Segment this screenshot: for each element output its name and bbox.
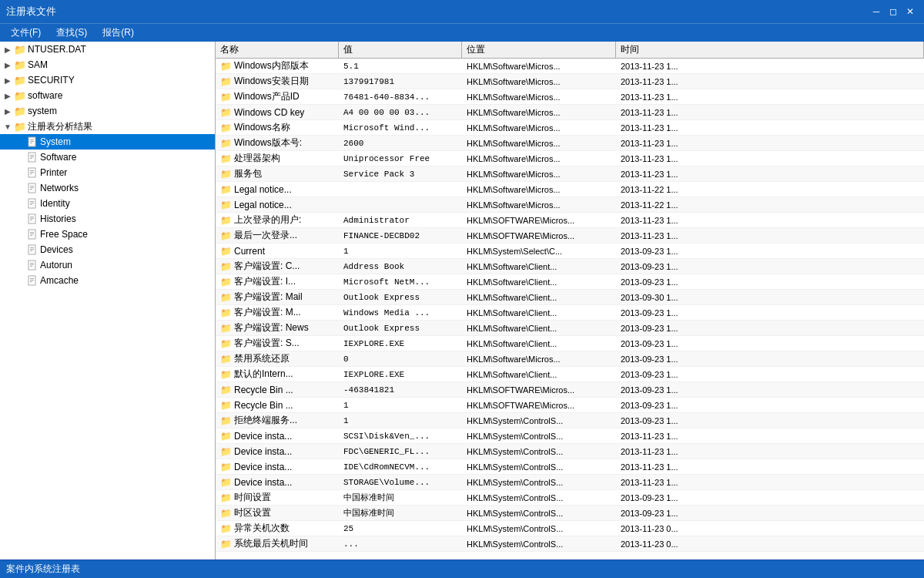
cell-name: 📁服务包 — [216, 166, 339, 181]
table-row[interactable]: 📁Windows产品ID76481-640-8834...HKLM\Softwa… — [216, 89, 924, 105]
cell-location: HKLM\System\ControlS... — [462, 413, 616, 428]
cell-time: 2013-09-23 1... — [616, 244, 924, 258]
col-header-time[interactable]: 时间 — [616, 42, 924, 58]
tree-item-printer[interactable]: Printer — [0, 165, 215, 180]
close-button[interactable]: ✕ — [902, 4, 918, 19]
tree-item-autorun[interactable]: Autorun — [0, 257, 215, 273]
table-row[interactable]: 📁客户端设置: MailOutlook ExpressHKLM\Software… — [216, 290, 924, 305]
table-row[interactable]: 📁Legal notice...HKLM\Software\Micros...2… — [216, 182, 924, 197]
cell-location: HKLM\Software\Client... — [462, 305, 616, 320]
cell-name: 📁客户端设置: S... — [216, 336, 339, 351]
tree-item-freespace[interactable]: Free Space — [0, 227, 215, 242]
folder-icon-system2 — [26, 136, 38, 148]
table-row[interactable]: 📁Recycle Bin ...1HKLM\SOFTWARE\Micros...… — [216, 398, 924, 413]
tree-item-security[interactable]: ▶📁SECURITY — [0, 72, 215, 88]
tree-item-software2[interactable]: Software — [0, 150, 215, 165]
cell-value: 5.1 — [339, 59, 462, 73]
tree-item-amcache[interactable]: Amcache — [0, 273, 215, 288]
cell-location: HKLM\SOFTWARE\Micros... — [462, 382, 616, 397]
menu-report[interactable]: 报告(R) — [95, 25, 142, 41]
tree-item-software[interactable]: ▶📁software — [0, 88, 215, 103]
table-row[interactable]: 📁客户端设置: C...Address BookHKLM\Software\Cl… — [216, 259, 924, 274]
cell-time: 2013-11-23 1... — [616, 428, 924, 443]
tree-item-histories[interactable]: Histories — [0, 211, 215, 227]
table-row[interactable]: 📁默认的Intern...IEXPLORE.EXEHKLM\Software\C… — [216, 367, 924, 382]
tree-item-system2[interactable]: System — [0, 134, 215, 150]
table-row[interactable]: 📁Current1HKLM\System\Select\C...2013-09-… — [216, 244, 924, 259]
table-row[interactable]: 📁客户端设置: NewsOutlook ExpressHKLM\Software… — [216, 321, 924, 336]
cell-name: 📁客户端设置: M... — [216, 305, 339, 320]
table-row[interactable]: 📁最后一次登录...FINANCE-DECBD02HKLM\SOFTWARE\M… — [216, 228, 924, 244]
folder-icon-system: 📁 — [14, 105, 26, 117]
table-row[interactable]: 📁Device insta...FDC\GENERIC_FL...HKLM\Sy… — [216, 444, 924, 459]
col-header-value[interactable]: 值 — [339, 42, 462, 58]
cell-name: 📁拒绝终端服务... — [216, 413, 339, 428]
table-row[interactable]: 📁Windows名称Microsoft Wind...HKLM\Software… — [216, 120, 924, 136]
cell-location: HKLM\Software\Client... — [462, 274, 616, 289]
table-row[interactable]: 📁处理器架构Uniprocessor FreeHKLM\Software\Mic… — [216, 151, 924, 166]
tree-label-autorun: Autorun — [40, 260, 72, 271]
table-row[interactable]: 📁服务包Service Pack 3HKLM\Software\Micros..… — [216, 166, 924, 182]
cell-location: HKLM\SOFTWARE\Micros... — [462, 228, 616, 243]
minimize-button[interactable]: ─ — [869, 4, 884, 19]
cell-name-text: Legal notice... — [234, 200, 292, 210]
row-folder-icon: 📁 — [220, 246, 232, 257]
row-folder-icon: 📁 — [220, 200, 232, 210]
svg-rect-25 — [30, 232, 34, 233]
table-row[interactable]: 📁客户端设置: M...Windows Media ...HKLM\Softwa… — [216, 305, 924, 321]
expand-icon-system: ▶ — [2, 105, 14, 117]
table-row[interactable]: 📁Windows内部版本5.1HKLM\Software\Micros...20… — [216, 59, 924, 74]
col-header-location[interactable]: 位置 — [462, 42, 616, 58]
cell-name-text: Windows产品ID — [234, 90, 300, 103]
table-row[interactable]: 📁Windows版本号:2600HKLM\Software\Micros...2… — [216, 136, 924, 151]
tree-item-devices[interactable]: Devices — [0, 242, 215, 257]
table-row[interactable]: 📁Device insta...SCSI\Disk&Ven_...HKLM\Sy… — [216, 428, 924, 444]
cell-value: IDE\CdRomNECVM... — [339, 459, 462, 474]
col-header-name[interactable]: 名称 — [216, 42, 339, 58]
restore-button[interactable]: ◻ — [886, 4, 901, 19]
table-row[interactable]: 📁系统最后关机时间...HKLM\System\ControlS...2013-… — [216, 536, 924, 552]
menu-find[interactable]: 查找(S) — [49, 25, 95, 41]
tree-item-ntuser[interactable]: ▶📁NTUSER.DAT — [0, 42, 215, 57]
cell-value: Microsoft Wind... — [339, 120, 462, 135]
cell-time: 2013-11-23 0... — [616, 536, 924, 551]
cell-name: 📁Legal notice... — [216, 197, 339, 212]
table-row[interactable]: 📁客户端设置: S...IEXPLORE.EXEHKLM\Software\Cl… — [216, 336, 924, 351]
cell-name: 📁异常关机次数 — [216, 521, 339, 536]
tree-item-analysis[interactable]: ▼📁注册表分析结果 — [0, 119, 215, 134]
cell-value: SCSI\Disk&Ven_... — [339, 428, 462, 443]
table-row[interactable]: 📁拒绝终端服务...1HKLM\System\ControlS...2013-0… — [216, 413, 924, 428]
table-row[interactable]: 📁Recycle Bin ...-463841821HKLM\SOFTWARE\… — [216, 382, 924, 398]
table-row[interactable]: 📁Windows CD keyA4 00 00 00 03...HKLM\Sof… — [216, 105, 924, 120]
row-folder-icon: 📁 — [220, 385, 232, 395]
cell-name-text: Windows版本号: — [234, 136, 302, 150]
svg-rect-27 — [30, 235, 32, 236]
table-row[interactable]: 📁异常关机次数25HKLM\System\ControlS...2013-11-… — [216, 521, 924, 536]
table-row[interactable]: 📁Device insta...IDE\CdRomNECVM...HKLM\Sy… — [216, 459, 924, 475]
table-row[interactable]: 📁Legal notice...HKLM\Software\Micros...2… — [216, 197, 924, 213]
status-bar: 案件内系统注册表 — [0, 560, 924, 578]
cell-time: 2013-09-23 1... — [616, 305, 924, 320]
cell-name-text: Windows内部版本 — [234, 59, 309, 72]
table-row[interactable]: 📁禁用系统还原0HKLM\Software\Micros...2013-09-2… — [216, 351, 924, 367]
table-row[interactable]: 📁上次登录的用户:AdministratorHKLM\SOFTWARE\Micr… — [216, 213, 924, 228]
row-folder-icon: 📁 — [220, 277, 232, 287]
svg-rect-6 — [30, 156, 34, 157]
svg-rect-15 — [30, 189, 32, 190]
tree-item-identity[interactable]: Identity — [0, 196, 215, 211]
tree-item-networks[interactable]: Networks — [0, 180, 215, 196]
table-row[interactable]: 📁Windows安装日期1379917981HKLM\Software\Micr… — [216, 74, 924, 89]
table-row[interactable]: 📁时间设置中国标准时间HKLM\System\ControlS...2013-0… — [216, 490, 924, 506]
expand-icon-software2 — [14, 151, 26, 163]
row-folder-icon: 📁 — [220, 107, 232, 118]
table-row[interactable]: 📁客户端设置: I...Microsoft NetM...HKLM\Softwa… — [216, 274, 924, 290]
cell-location: HKLM\SOFTWARE\Micros... — [462, 398, 616, 412]
tree-item-system[interactable]: ▶📁system — [0, 103, 215, 119]
cell-name: 📁Windows CD key — [216, 105, 339, 119]
table-row[interactable]: 📁Device insta...STORAGE\Volume...HKLM\Sy… — [216, 475, 924, 490]
menu-file[interactable]: 文件(F) — [3, 25, 49, 41]
cell-location: HKLM\Software\Micros... — [462, 89, 616, 104]
tree-item-sam[interactable]: ▶📁SAM — [0, 57, 215, 72]
cell-time: 2013-09-23 1... — [616, 367, 924, 381]
table-row[interactable]: 📁时区设置中国标准时间HKLM\System\ControlS...2013-0… — [216, 506, 924, 521]
